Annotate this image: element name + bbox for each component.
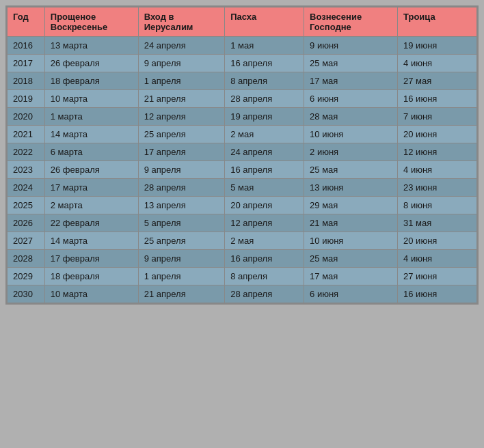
cell-col3: 8 апреля — [225, 72, 304, 90]
cell-col5: 12 июня — [398, 143, 477, 161]
cell-col2: 12 апреля — [138, 108, 224, 126]
cell-col3: 20 апреля — [225, 197, 304, 214]
cell-col4: 17 мая — [304, 268, 398, 285]
table-row: 202114 марта25 апреля2 мая10 июня20 июня — [8, 126, 477, 143]
cell-col4: 10 июня — [304, 126, 398, 143]
cell-col5: 20 июня — [398, 126, 477, 143]
cell-year: 2029 — [8, 268, 45, 285]
header-col3: Пасха — [225, 8, 304, 37]
cell-col3: 16 апреля — [225, 250, 304, 268]
cell-col5: 20 июня — [398, 232, 477, 250]
cell-col2: 21 апреля — [138, 90, 224, 108]
table-row: 201910 марта21 апреля28 апреля6 июня16 и… — [8, 90, 477, 108]
cell-year: 2027 — [8, 232, 45, 250]
cell-col5: 16 июня — [398, 285, 477, 303]
cell-col4: 21 мая — [304, 214, 398, 232]
table-row: 202918 февраля1 апреля8 апреля17 мая27 и… — [8, 268, 477, 285]
cell-col3: 28 апреля — [225, 285, 304, 303]
cell-col3: 2 мая — [225, 126, 304, 143]
cell-col1: 10 марта — [44, 90, 138, 108]
cell-year: 2016 — [8, 37, 45, 55]
cell-col1: 26 февраля — [44, 161, 138, 179]
cell-col2: 1 апреля — [138, 268, 224, 285]
cell-col4: 17 мая — [304, 72, 398, 90]
cell-col3: 16 апреля — [225, 55, 304, 72]
cell-col2: 9 апреля — [138, 161, 224, 179]
cell-col4: 28 мая — [304, 108, 398, 126]
cell-col5: 4 июня — [398, 250, 477, 268]
cell-col4: 25 мая — [304, 161, 398, 179]
header-col5: Троица — [398, 8, 477, 37]
cell-col4: 6 июня — [304, 90, 398, 108]
cell-col2: 5 апреля — [138, 214, 224, 232]
cell-col1: 18 февраля — [44, 72, 138, 90]
cell-year: 2026 — [8, 214, 45, 232]
cell-year: 2021 — [8, 126, 45, 143]
cell-col2: 9 апреля — [138, 250, 224, 268]
cell-col5: 8 июня — [398, 197, 477, 214]
cell-col5: 4 июня — [398, 161, 477, 179]
cell-year: 2025 — [8, 197, 45, 214]
cell-col3: 5 мая — [225, 179, 304, 197]
cell-col2: 24 апреля — [138, 37, 224, 55]
cell-col3: 28 апреля — [225, 90, 304, 108]
cell-year: 2020 — [8, 108, 45, 126]
cell-col1: 13 марта — [44, 37, 138, 55]
cell-col5: 31 мая — [398, 214, 477, 232]
cell-col3: 12 апреля — [225, 214, 304, 232]
cell-year: 2018 — [8, 72, 45, 90]
cell-col5: 16 июня — [398, 90, 477, 108]
cell-col1: 17 марта — [44, 179, 138, 197]
cell-col4: 2 июня — [304, 143, 398, 161]
header-col1: Прощеное Воскресенье — [44, 8, 138, 37]
cell-col1: 6 марта — [44, 143, 138, 161]
cell-col2: 25 апреля — [138, 126, 224, 143]
cell-col3: 19 апреля — [225, 108, 304, 126]
cell-col1: 1 марта — [44, 108, 138, 126]
cell-year: 2023 — [8, 161, 45, 179]
cell-col3: 2 мая — [225, 232, 304, 250]
cell-col5: 4 июня — [398, 55, 477, 72]
table-row: 20226 марта17 апреля24 апреля2 июня12 ию… — [8, 143, 477, 161]
cell-col5: 27 мая — [398, 72, 477, 90]
table-row: 202714 марта25 апреля2 мая10 июня20 июня — [8, 232, 477, 250]
cell-col5: 7 июня — [398, 108, 477, 126]
cell-col1: 14 марта — [44, 126, 138, 143]
header-row: Год Прощеное Воскресенье Вход в Иерусали… — [8, 8, 477, 37]
cell-col4: 29 мая — [304, 197, 398, 214]
cell-col1: 26 февраля — [44, 55, 138, 72]
cell-col2: 21 апреля — [138, 285, 224, 303]
cell-col3: 1 мая — [225, 37, 304, 55]
cell-col5: 19 июня — [398, 37, 477, 55]
main-table-wrapper: Год Прощеное Воскресенье Вход в Иерусали… — [5, 5, 479, 305]
cell-col2: 28 апреля — [138, 179, 224, 197]
cell-col1: 2 марта — [44, 197, 138, 214]
cell-col1: 14 марта — [44, 232, 138, 250]
cell-col2: 17 апреля — [138, 143, 224, 161]
header-col4: Вознесение Господне — [304, 8, 398, 37]
cell-col5: 27 июня — [398, 268, 477, 285]
cell-col4: 13 июня — [304, 179, 398, 197]
cell-year: 2030 — [8, 285, 45, 303]
cell-col1: 10 марта — [44, 285, 138, 303]
cell-col2: 25 апреля — [138, 232, 224, 250]
cell-col4: 25 мая — [304, 55, 398, 72]
cell-col3: 8 апреля — [225, 268, 304, 285]
holidays-table: Год Прощеное Воскресенье Вход в Иерусали… — [7, 7, 477, 303]
table-row: 202622 февраля5 апреля12 апреля21 мая31 … — [8, 214, 477, 232]
cell-year: 2028 — [8, 250, 45, 268]
table-row: 203010 марта21 апреля28 апреля6 июня16 и… — [8, 285, 477, 303]
table-row: 20201 марта12 апреля19 апреля28 мая7 июн… — [8, 108, 477, 126]
cell-col1: 22 февраля — [44, 214, 138, 232]
cell-col4: 25 мая — [304, 250, 398, 268]
header-col2: Вход в Иерусалим — [138, 8, 224, 37]
cell-col3: 16 апреля — [225, 161, 304, 179]
cell-col4: 6 июня — [304, 285, 398, 303]
table-row: 201726 февраля9 апреля16 апреля25 мая4 и… — [8, 55, 477, 72]
table-body: 201613 марта24 апреля1 мая9 июня19 июня2… — [8, 37, 477, 303]
cell-col1: 18 февраля — [44, 268, 138, 285]
cell-col2: 9 апреля — [138, 55, 224, 72]
table-row: 201818 февраля1 апреля8 апреля17 мая27 м… — [8, 72, 477, 90]
cell-col4: 9 июня — [304, 37, 398, 55]
table-row: 202817 февраля9 апреля16 апреля25 мая4 и… — [8, 250, 477, 268]
